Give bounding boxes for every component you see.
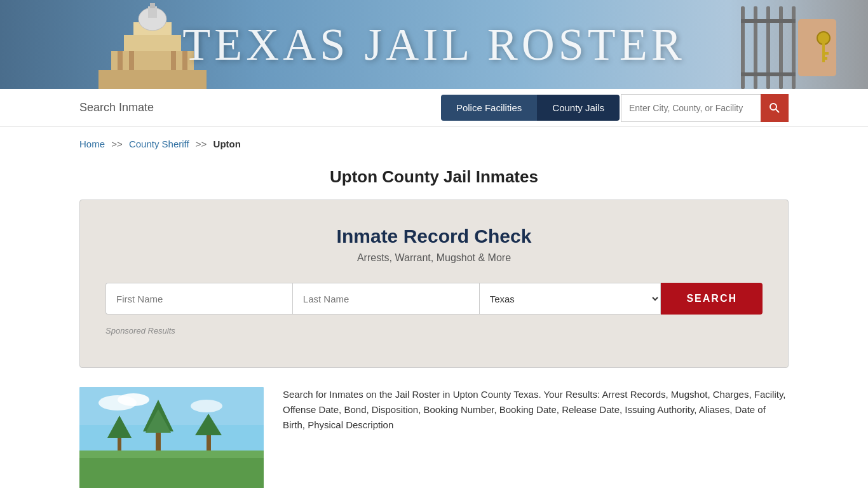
search-icon xyxy=(769,102,780,114)
last-name-input[interactable] xyxy=(292,283,479,315)
breadcrumb-current: Upton xyxy=(214,139,241,149)
sponsored-results-label: Sponsored Results xyxy=(105,326,763,336)
bottom-section: Search for Inmates on the Jail Roster in… xyxy=(0,387,868,488)
svg-rect-1 xyxy=(111,51,194,70)
inmate-search-row: AlabamaAlaskaArizonaArkansasCaliforniaCo… xyxy=(105,283,763,315)
svg-rect-12 xyxy=(754,6,757,89)
svg-rect-6 xyxy=(150,3,155,8)
svg-rect-2 xyxy=(124,35,181,51)
breadcrumb-county-sheriff[interactable]: County Sheriff xyxy=(129,139,189,149)
inmate-record-subtitle: Arrests, Warrant, Mugshot & More xyxy=(105,252,763,264)
svg-rect-9 xyxy=(171,51,176,70)
nav-bar: Search Inmate Police Facilities County J… xyxy=(0,89,868,127)
svg-point-23 xyxy=(770,104,776,110)
svg-rect-17 xyxy=(741,72,796,76)
svg-rect-13 xyxy=(766,6,770,89)
inmate-record-check-title: Inmate Record Check xyxy=(105,226,763,247)
header-banner: Texas Jail Roster xyxy=(0,0,868,89)
svg-rect-18 xyxy=(798,19,836,76)
breadcrumb-sep-1: >> xyxy=(111,139,123,149)
svg-point-28 xyxy=(118,393,149,406)
svg-rect-15 xyxy=(792,6,796,89)
svg-rect-14 xyxy=(779,6,783,89)
breadcrumb-sep-2: >> xyxy=(196,139,207,149)
bottom-description: Search for Inmates on the Jail Roster in… xyxy=(283,387,789,433)
police-facilities-button[interactable]: Police Facilities xyxy=(441,95,537,121)
svg-rect-21 xyxy=(822,52,829,55)
svg-rect-7 xyxy=(118,51,123,70)
svg-point-29 xyxy=(191,400,222,412)
nav-buttons: Police Facilities County Jails xyxy=(441,94,789,122)
svg-rect-22 xyxy=(822,57,827,60)
svg-rect-8 xyxy=(129,51,134,70)
location-image xyxy=(79,387,264,488)
search-inmate-label: Search Inmate xyxy=(79,101,441,114)
banner-title: Texas Jail Roster xyxy=(182,18,685,71)
breadcrumb-home[interactable]: Home xyxy=(79,139,105,149)
bottom-image xyxy=(79,387,264,488)
svg-point-19 xyxy=(817,32,830,44)
county-jails-button[interactable]: County Jails xyxy=(537,95,620,121)
breadcrumb: Home >> County Sheriff >> Upton xyxy=(0,127,868,161)
svg-rect-31 xyxy=(79,458,264,488)
facility-search-input[interactable] xyxy=(621,94,761,122)
page-title: Upton County Jail Inmates xyxy=(0,167,868,187)
svg-rect-11 xyxy=(741,6,745,89)
inmate-search-container: Inmate Record Check Arrests, Warrant, Mu… xyxy=(79,200,789,368)
svg-rect-0 xyxy=(98,70,207,89)
facility-search-button[interactable] xyxy=(761,94,789,122)
search-button[interactable]: SEARCH xyxy=(661,283,763,315)
first-name-input[interactable] xyxy=(105,283,292,315)
svg-line-24 xyxy=(776,109,779,112)
jail-keys-icon xyxy=(741,6,843,89)
svg-rect-16 xyxy=(741,19,796,23)
state-select[interactable]: AlabamaAlaskaArizonaArkansasCaliforniaCo… xyxy=(479,283,661,315)
